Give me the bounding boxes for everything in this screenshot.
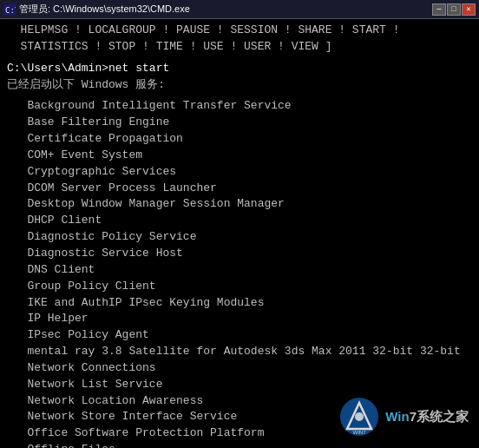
window-title: 管理员: C:\Windows\system32\CMD.exe — [19, 3, 190, 16]
terminal-line: COM+ Event System — [7, 148, 472, 164]
terminal-line: IKE and AuthIP IPsec Keying Modules — [7, 295, 472, 312]
terminal-line: STATISTICS ! STOP ! TIME ! USE ! USER ! … — [7, 39, 472, 56]
close-button[interactable]: ✕ — [462, 3, 476, 16]
terminal-content: HELPMSG ! LOCALGROUP ! PAUSE ! SESSION !… — [0, 19, 479, 448]
terminal-line: HELPMSG ! LOCALGROUP ! PAUSE ! SESSION !… — [7, 23, 472, 39]
terminal-line: Certificate Propagation — [7, 131, 472, 148]
terminal-line: Network List Service — [7, 377, 472, 393]
terminal-line: Background Intelligent Transfer Service — [7, 98, 472, 115]
minimize-button[interactable]: ─ — [432, 3, 446, 16]
svg-text:WIN7: WIN7 — [353, 430, 367, 435]
terminal-line: DCOM Server Process Launcher — [7, 181, 472, 197]
terminal-line: DHCP Client — [7, 213, 472, 229]
terminal-line: Diagnostic Policy Service — [7, 229, 472, 246]
svg-text:C:\: C:\ — [5, 6, 16, 15]
watermark-text: Win7系统之家 — [385, 409, 469, 425]
window-controls: ─ □ ✕ — [432, 3, 476, 16]
watermark-logo: WIN7 — [338, 396, 380, 438]
terminal-line: Desktop Window Manager Session Manager — [7, 196, 472, 213]
title-bar: C:\ 管理员: C:\Windows\system32\CMD.exe ─ □… — [0, 0, 479, 19]
title-bar-left: C:\ 管理员: C:\Windows\system32\CMD.exe — [3, 3, 190, 16]
terminal-line: mental ray 3.8 Satellite for Autodesk 3d… — [7, 344, 472, 360]
terminal-line: IP Helper — [7, 311, 472, 327]
terminal-line: IPsec Policy Agent — [7, 327, 472, 344]
terminal-line: Offline Files — [7, 442, 472, 448]
terminal-line: Group Policy Client — [7, 279, 472, 295]
cmd-icon: C:\ — [3, 3, 16, 16]
watermark-win7: Win — [385, 409, 409, 424]
cmd-window: C:\ 管理员: C:\Windows\system32\CMD.exe ─ □… — [0, 0, 479, 448]
svg-point-4 — [355, 412, 364, 421]
terminal-line: Base Filtering Engine — [7, 115, 472, 131]
watermark-site: 7系统之家 — [410, 409, 469, 424]
terminal-line: DNS Client — [7, 262, 472, 279]
terminal-line: Cryptographic Services — [7, 164, 472, 181]
terminal-line: Network Connections — [7, 360, 472, 377]
terminal-line: Diagnostic Service Host — [7, 246, 472, 262]
maximize-button[interactable]: □ — [447, 3, 461, 16]
terminal-line: C:\Users\Admin>net start — [7, 61, 472, 77]
terminal-line: 已经启动以下 Windows 服务: — [7, 77, 472, 94]
watermark: WIN7 Win7系统之家 — [338, 396, 469, 438]
